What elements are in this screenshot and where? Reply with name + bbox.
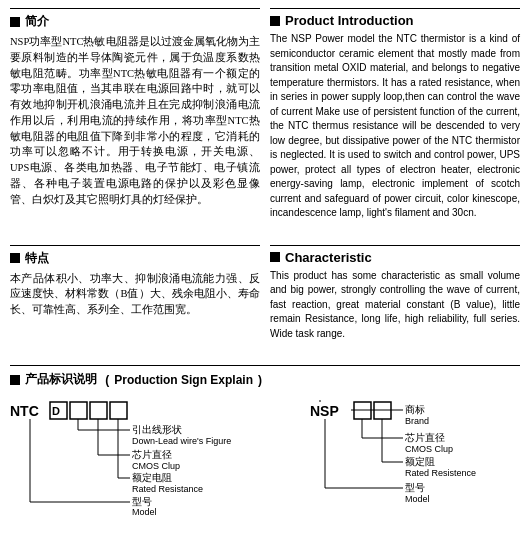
- svg-text:Rated Resistance: Rated Resistance: [132, 484, 203, 494]
- svg-text:额定电阻: 额定电阻: [132, 472, 172, 483]
- svg-rect-3: [70, 402, 87, 419]
- char-cn-section: 特点 本产品体积小、功率大、抑制浪涌电流能力强、反应速度快、材料常数（B值）大、…: [10, 245, 260, 360]
- sign-section: 产品标识说明 (Production Sign Explain) NTC D: [10, 365, 520, 537]
- svg-text:型号: 型号: [132, 496, 152, 507]
- svg-text:Down-Lead wire's Figure: Down-Lead wire's Figure: [132, 436, 231, 446]
- svg-text:Rated Resistence: Rated Resistence: [405, 468, 476, 478]
- sign-diagram: NTC D 引出线形状 Down-Lead wire's Figure: [10, 396, 520, 519]
- char-en-content: This product has some characteristic as …: [270, 269, 520, 342]
- svg-text:额定阻: 额定阻: [405, 456, 435, 467]
- svg-text:D: D: [52, 405, 60, 417]
- svg-text:CMOS Clup: CMOS Clup: [405, 444, 453, 454]
- svg-text:CMOS Clup: CMOS Clup: [132, 461, 180, 471]
- char-cn-title: 特点: [10, 250, 260, 267]
- svg-text:芯片直径: 芯片直径: [131, 449, 172, 460]
- svg-text:Model: Model: [405, 494, 430, 504]
- intro-en-content: The NSP Power model the NTC thermistor i…: [270, 32, 520, 221]
- svg-text:Model: Model: [132, 507, 157, 515]
- svg-rect-5: [110, 402, 127, 419]
- sign-right-svg: NSP 商标 Brand: [310, 400, 530, 515]
- svg-text:商标: 商标: [405, 404, 425, 415]
- svg-text:芯片直径: 芯片直径: [404, 432, 445, 443]
- sign-title-cn: 产品标识说明: [25, 371, 97, 388]
- intro-cn-content: NSP功率型NTC热敏电阻器是以过渡金属氧化物为主要原料制造的半导体陶瓷元件，属…: [10, 34, 260, 207]
- svg-text:NSP: NSP: [310, 403, 339, 419]
- svg-text:引出线形状: 引出线形状: [132, 424, 182, 435]
- intro-en-title: Product Introduction: [270, 13, 520, 28]
- char-cn-content: 本产品体积小、功率大、抑制浪涌电流能力强、反应速度快、材料常数（B值）大、残余电…: [10, 271, 260, 318]
- sign-left-diagram: NTC D 引出线形状 Down-Lead wire's Figure: [10, 400, 270, 515]
- sign-right-diagram: NSP 商标 Brand: [310, 400, 530, 515]
- svg-rect-4: [90, 402, 107, 419]
- svg-text:Brand: Brand: [405, 416, 429, 426]
- svg-text:型号: 型号: [405, 482, 425, 493]
- char-en-section: Characteristic This product has some cha…: [270, 245, 520, 360]
- sign-title: 产品标识说明 (Production Sign Explain): [10, 371, 520, 388]
- intro-cn-section: 简介 NSP功率型NTC热敏电阻器是以过渡金属氧化物为主要原料制造的半导体陶瓷元…: [10, 8, 260, 239]
- intro-en-title-text: Product Introduction: [285, 13, 414, 28]
- page: 简介 NSP功率型NTC热敏电阻器是以过渡金属氧化物为主要原料制造的半导体陶瓷元…: [0, 0, 530, 545]
- sign-title-en: Production Sign Explain: [114, 373, 253, 387]
- sign-left-svg: NTC D 引出线形状 Down-Lead wire's Figure: [10, 400, 270, 515]
- intro-en-section: Product Introduction The NSP Power model…: [270, 8, 520, 239]
- char-en-title: Characteristic: [270, 250, 520, 265]
- svg-text:NTC: NTC: [10, 403, 39, 419]
- char-en-title-text: Characteristic: [285, 250, 372, 265]
- intro-cn-title-text: 简介: [25, 13, 49, 30]
- char-cn-title-text: 特点: [25, 250, 49, 267]
- intro-cn-title: 简介: [10, 13, 260, 30]
